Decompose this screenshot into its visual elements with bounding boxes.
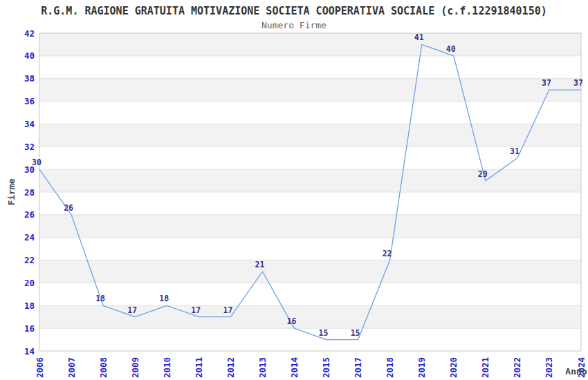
svg-text:2008: 2008 [98,357,109,378]
svg-text:2009: 2009 [130,357,140,378]
svg-text:2021: 2021 [480,357,490,378]
svg-text:17: 17 [127,305,137,315]
svg-text:2014: 2014 [289,357,300,378]
svg-text:2022: 2022 [512,357,522,378]
x-axis-title: Anno [565,366,587,377]
y-axis-title: Firme [6,178,17,205]
svg-text:2020: 2020 [448,357,459,378]
line-chart: 3026181718171721161515224140293137371416… [0,0,588,380]
svg-text:38: 38 [24,73,35,84]
svg-text:16: 16 [24,323,35,334]
svg-text:2012: 2012 [226,357,236,378]
svg-text:40: 40 [24,50,35,61]
svg-text:31: 31 [510,146,520,156]
x-axis-labels: 2006200720082009201020112012201320142015… [35,357,587,378]
svg-text:2013: 2013 [257,357,268,378]
svg-text:2010: 2010 [162,357,172,378]
svg-text:18: 18 [159,294,169,303]
svg-text:2015: 2015 [321,357,331,378]
svg-text:17: 17 [223,305,232,315]
svg-text:20: 20 [24,278,35,288]
svg-text:14: 14 [24,346,35,357]
svg-text:32: 32 [24,142,35,152]
svg-text:2023: 2023 [544,357,554,378]
svg-text:30: 30 [24,164,35,175]
svg-text:18: 18 [24,301,35,311]
svg-text:2018: 2018 [385,357,395,378]
grid-bands [39,33,581,328]
svg-text:37: 37 [542,78,551,88]
chart-title: R.G.M. RAGIONE GRATUITA MOTIVAZIONE SOCI… [0,5,588,17]
svg-text:28: 28 [24,187,35,198]
svg-text:15: 15 [351,328,360,338]
svg-text:26: 26 [24,209,35,220]
svg-text:22: 22 [24,255,35,265]
svg-text:21: 21 [255,260,264,269]
svg-text:15: 15 [319,328,329,338]
svg-text:2017: 2017 [353,357,363,378]
chart-subtitle: Numero Firme [0,20,588,30]
svg-text:2007: 2007 [66,357,77,378]
svg-text:40: 40 [446,44,456,54]
svg-text:37: 37 [573,78,583,88]
svg-text:18: 18 [95,294,105,303]
y-axis-labels: 141618202224262830323436384042 [24,28,35,357]
svg-text:2011: 2011 [194,357,204,378]
svg-text:29: 29 [478,169,488,179]
svg-text:22: 22 [383,249,392,258]
svg-text:34: 34 [24,119,35,129]
svg-text:2019: 2019 [416,357,427,378]
svg-text:24: 24 [24,232,35,243]
svg-text:16: 16 [287,316,297,326]
svg-text:2006: 2006 [35,357,45,378]
svg-text:36: 36 [24,96,35,106]
svg-text:41: 41 [414,32,424,42]
svg-text:26: 26 [64,203,73,213]
svg-text:17: 17 [191,305,201,315]
chart-plot-area: 3026181718171721161515224140293137371416… [0,0,588,380]
